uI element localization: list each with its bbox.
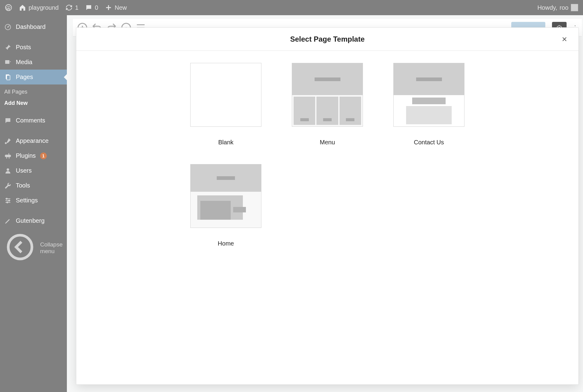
sidebar-item-posts[interactable]: Posts <box>0 40 67 55</box>
svg-point-11 <box>8 235 32 259</box>
sidebar-item-plugins[interactable]: Plugins 1 <box>0 148 67 163</box>
template-preview <box>190 63 261 127</box>
editor-canvas: ⋮ Select Page Template Blank <box>67 15 583 392</box>
sidebar-item-media[interactable]: Media <box>0 55 67 70</box>
account-link[interactable]: Howdy, roo <box>537 4 578 11</box>
sidebar-item-comments[interactable]: Comments <box>0 113 67 128</box>
plug-icon <box>4 152 12 160</box>
collapse-label: Collapse menu <box>40 241 63 255</box>
sidebar-item-dashboard[interactable]: Dashboard <box>0 19 67 34</box>
sidebar-item-settings[interactable]: Settings <box>0 193 67 208</box>
template-name: Menu <box>320 139 335 146</box>
sidebar-item-users[interactable]: Users <box>0 163 67 178</box>
svg-point-9 <box>9 200 10 201</box>
template-name: Home <box>218 240 234 247</box>
modal-body: Blank Menu <box>76 51 578 384</box>
collapse-icon <box>4 231 36 264</box>
sidebar-item-pages[interactable]: Pages <box>0 70 67 84</box>
pencil-icon <box>4 217 12 225</box>
refresh-icon <box>65 4 73 11</box>
user-name: roo <box>560 4 568 11</box>
sliders-icon <box>4 197 12 204</box>
sidebar-item-label: Tools <box>16 182 30 189</box>
admin-sidebar: Dashboard Posts Media Pages All Pages Ad… <box>0 15 67 392</box>
sidebar-item-label: Plugins <box>16 152 36 159</box>
template-name: Blank <box>218 139 233 146</box>
select-template-modal: Select Page Template Blank <box>76 27 579 385</box>
comment-icon <box>85 4 92 11</box>
template-grid: Blank Menu <box>101 63 554 247</box>
home-icon <box>19 4 26 11</box>
modal-title: Select Page Template <box>290 35 365 43</box>
user-icon <box>4 167 12 174</box>
svg-rect-3 <box>5 60 9 64</box>
sidebar-item-label: Pages <box>16 74 33 81</box>
modal-header: Select Page Template <box>76 28 578 51</box>
template-card-contact[interactable]: Contact Us <box>393 63 464 146</box>
submenu-add-new[interactable]: Add New <box>0 98 67 109</box>
template-preview <box>393 63 464 127</box>
brush-icon <box>4 137 12 145</box>
wrench-icon <box>4 182 12 189</box>
media-icon <box>4 59 12 66</box>
submenu-all-pages[interactable]: All Pages <box>0 86 67 98</box>
comments-count: 0 <box>95 4 98 11</box>
svg-point-6 <box>5 142 7 144</box>
admin-toolbar: playground 1 0 New Howdy, roo <box>0 0 583 15</box>
template-preview <box>292 63 363 127</box>
svg-point-8 <box>6 198 7 199</box>
updates-count: 1 <box>75 4 78 11</box>
svg-point-7 <box>7 168 9 171</box>
comments-link[interactable]: 0 <box>85 4 98 11</box>
new-content-link[interactable]: New <box>105 4 127 11</box>
collapse-menu[interactable]: Collapse menu <box>0 228 67 267</box>
plus-icon <box>105 4 112 11</box>
sidebar-item-tools[interactable]: Tools <box>0 178 67 193</box>
template-preview <box>190 164 261 228</box>
template-name: Contact Us <box>414 139 444 146</box>
sidebar-item-label: Gutenberg <box>16 217 45 224</box>
template-card-home[interactable]: Home <box>190 164 261 247</box>
sidebar-item-gutenberg[interactable]: Gutenberg <box>0 213 67 228</box>
site-name: playground <box>29 4 59 11</box>
svg-rect-5 <box>7 75 10 80</box>
avatar <box>571 4 578 11</box>
sidebar-item-label: Users <box>16 167 32 174</box>
modal-close-button[interactable] <box>559 34 570 45</box>
template-card-blank[interactable]: Blank <box>190 63 261 146</box>
sidebar-submenu-pages: All Pages Add New <box>0 84 67 113</box>
sidebar-item-appearance[interactable]: Appearance <box>0 133 67 148</box>
new-label: New <box>115 4 127 11</box>
sidebar-item-label: Comments <box>16 117 45 124</box>
wordpress-icon <box>5 4 12 11</box>
template-card-menu[interactable]: Menu <box>292 63 363 146</box>
svg-point-10 <box>7 202 8 203</box>
sidebar-item-label: Media <box>16 59 32 66</box>
pin-icon <box>4 44 12 51</box>
wordpress-logo[interactable] <box>5 4 12 11</box>
comment-icon <box>4 117 12 124</box>
sidebar-item-label: Posts <box>16 44 31 51</box>
dashboard-icon <box>4 23 12 31</box>
sidebar-item-label: Dashboard <box>16 23 46 30</box>
pages-icon <box>4 74 12 81</box>
howdy-prefix: Howdy, <box>537 4 557 11</box>
site-link[interactable]: playground <box>19 4 59 11</box>
sidebar-item-label: Settings <box>16 197 38 204</box>
plugins-update-badge: 1 <box>40 153 47 159</box>
updates-link[interactable]: 1 <box>65 4 78 11</box>
svg-point-2 <box>7 26 9 28</box>
sidebar-item-label: Appearance <box>16 137 49 144</box>
